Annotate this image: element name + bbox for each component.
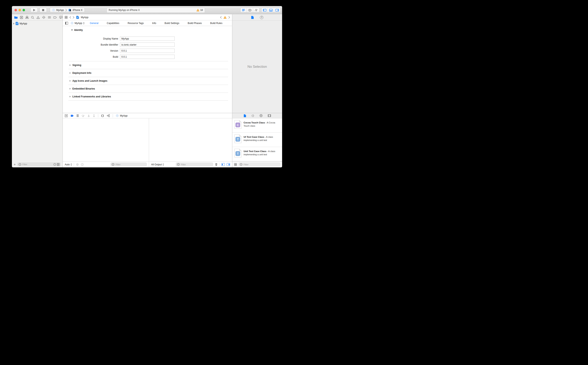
pause-execution-icon[interactable] — [77, 114, 79, 117]
project-navigator-icon[interactable] — [14, 16, 18, 19]
quicklook-eye-icon[interactable] — [76, 163, 79, 166]
signing-section-header[interactable]: Signing — [68, 61, 228, 69]
previous-issue-icon[interactable] — [220, 16, 222, 19]
media-library-icon[interactable] — [268, 114, 271, 117]
jump-bar-file-label[interactable]: MyApp — [81, 16, 88, 19]
embedded-binaries-section-header[interactable]: Embedded Binaries — [68, 85, 228, 92]
step-into-icon[interactable] — [88, 114, 90, 117]
filter-icon — [240, 163, 242, 166]
add-button[interactable]: + — [14, 163, 16, 166]
linked-frameworks-section-title: Linked Frameworks and Libraries — [72, 95, 111, 98]
zoom-window-button[interactable] — [23, 9, 25, 11]
step-out-icon[interactable] — [93, 114, 95, 117]
targets-sidebar-toggle-icon[interactable] — [65, 22, 68, 25]
disclosure-closed-icon[interactable] — [70, 96, 71, 97]
version-field[interactable] — [120, 49, 175, 53]
project-row-myapp[interactable]: MyApp — [12, 21, 63, 26]
variables-filter-input[interactable] — [115, 163, 146, 166]
search-navigator-icon[interactable] — [31, 16, 34, 19]
go-forward-icon[interactable] — [73, 16, 74, 19]
breakpoints-toggle-icon[interactable] — [70, 114, 74, 117]
disclosure-closed-icon[interactable] — [70, 80, 71, 82]
close-window-button[interactable] — [14, 9, 17, 11]
print-description-icon[interactable] — [81, 163, 84, 166]
go-back-icon[interactable] — [69, 16, 71, 19]
linked-frameworks-section-header[interactable]: Linked Frameworks and Libraries — [68, 92, 228, 100]
file-template-library-icon[interactable] — [244, 114, 246, 117]
quick-help-inspector-icon[interactable]: ? — [260, 16, 263, 19]
clear-console-trash-icon[interactable] — [215, 163, 217, 166]
variables-scope-selector[interactable]: Auto — [65, 163, 72, 166]
scheme-selector[interactable]: MyApp ❯ iPhone X — [50, 8, 85, 12]
navigator-filter-input[interactable] — [22, 163, 53, 166]
tab-build-settings[interactable]: Build Settings — [165, 22, 179, 25]
activity-viewer[interactable]: Running MyApp on iPhone X 18 — [107, 7, 205, 13]
deployment-info-section-header[interactable]: Deployment Info — [68, 69, 228, 77]
tab-capabilities[interactable]: Capabilities — [107, 22, 119, 25]
version-editor-button[interactable] — [253, 8, 259, 12]
utilities-toggle-button[interactable] — [274, 8, 280, 12]
object-library-icon[interactable] — [259, 114, 263, 117]
next-issue-icon[interactable] — [228, 16, 230, 19]
app-icons-section-header[interactable]: App Icons and Launch Images — [68, 77, 228, 85]
bundle-identifier-field[interactable] — [120, 42, 175, 47]
variables-filter-field[interactable] — [111, 162, 147, 166]
report-navigator-icon[interactable] — [59, 16, 63, 19]
code-snippet-library-icon[interactable] — [252, 114, 254, 117]
library-filter-field[interactable] — [238, 162, 280, 166]
show-variables-view-button[interactable] — [221, 163, 225, 166]
identity-section-header[interactable]: Identity — [71, 29, 83, 31]
stop-button[interactable] — [40, 8, 47, 12]
related-items-icon[interactable] — [65, 16, 68, 19]
debug-navigator-icon[interactable] — [48, 16, 51, 19]
source-control-navigator-icon[interactable] — [20, 16, 23, 19]
variables-view-bar: Auto — [63, 161, 149, 167]
step-over-icon[interactable] — [81, 114, 85, 117]
test-navigator-icon[interactable] — [42, 16, 45, 19]
debug-bottom-bars: Auto — [63, 161, 232, 167]
memory-graph-icon[interactable] — [107, 114, 110, 117]
debug-process-selector[interactable]: MyApp — [116, 114, 127, 117]
warning-counter[interactable]: 18 — [196, 9, 203, 12]
debug-area-toggle-button[interactable] — [268, 8, 274, 12]
issue-navigator-icon[interactable] — [36, 16, 40, 19]
template-ui-test-case-class[interactable]: T UI Test Case Class - A class implement… — [232, 133, 282, 147]
tab-build-rules[interactable]: Build Rules — [210, 22, 222, 25]
build-field[interactable] — [120, 55, 175, 59]
console-scope-selector[interactable]: All Output — [151, 163, 164, 166]
template-cocoa-touch-class[interactable]: C Cocoa Touch Class - A Cocoa Touch clas… — [232, 118, 282, 133]
run-button[interactable] — [30, 8, 38, 12]
tab-info[interactable]: Info — [152, 22, 156, 25]
library-filter-input[interactable] — [243, 163, 279, 166]
symbol-navigator-icon[interactable] — [25, 16, 29, 19]
file-inspector-icon[interactable] — [251, 16, 254, 19]
minimize-window-button[interactable] — [19, 9, 21, 11]
disclosure-closed-icon[interactable] — [70, 64, 71, 66]
tab-general[interactable]: General — [90, 22, 98, 25]
source-control-status-icon[interactable] — [57, 163, 59, 166]
console-view[interactable] — [149, 118, 232, 161]
tab-resource-tags[interactable]: Resource Tags — [128, 22, 144, 25]
disclosure-closed-icon[interactable] — [70, 88, 71, 90]
disclosure-triangle-icon[interactable] — [13, 23, 14, 24]
recent-files-clock-icon[interactable] — [53, 163, 56, 166]
console-filter-field[interactable] — [176, 162, 213, 166]
tab-build-phases[interactable]: Build Phases — [188, 22, 202, 25]
view-hierarchy-icon[interactable] — [101, 114, 104, 117]
grid-view-icon[interactable] — [234, 163, 237, 166]
target-selector[interactable]: MyApp — [70, 21, 84, 25]
show-console-view-button[interactable] — [227, 163, 230, 166]
variables-view[interactable] — [63, 118, 149, 161]
navigator-filter-field[interactable] — [17, 162, 61, 166]
navigator-toggle-button[interactable] — [262, 8, 268, 12]
console-filter-input[interactable] — [181, 163, 212, 166]
template-unit-test-case-class[interactable]: T Unit Test Case Class - A class impleme… — [232, 147, 282, 161]
disclosure-open-icon[interactable] — [71, 29, 73, 31]
standard-editor-button[interactable] — [241, 8, 247, 12]
assistant-editor-button[interactable] — [247, 8, 253, 12]
disclosure-closed-icon[interactable] — [70, 72, 71, 74]
display-name-field[interactable] — [120, 36, 175, 41]
stepper-arrows-icon — [83, 22, 84, 24]
breakpoint-navigator-icon[interactable] — [53, 16, 57, 19]
hide-debug-area-icon[interactable] — [65, 114, 68, 117]
